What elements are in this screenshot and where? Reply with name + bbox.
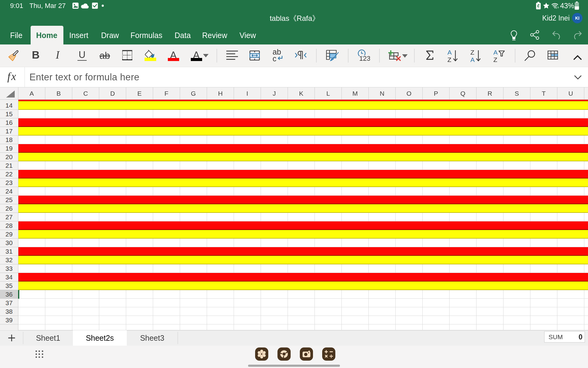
svg-text:Z: Z: [493, 56, 497, 63]
svg-text:Z: Z: [470, 49, 474, 56]
svg-text:A: A: [470, 56, 475, 63]
svg-text:A: A: [447, 49, 452, 56]
svg-text:Z: Z: [447, 56, 451, 63]
svg-text:A: A: [493, 49, 498, 56]
svg-text:c: c: [273, 54, 277, 62]
svg-text:123: 123: [359, 55, 370, 62]
